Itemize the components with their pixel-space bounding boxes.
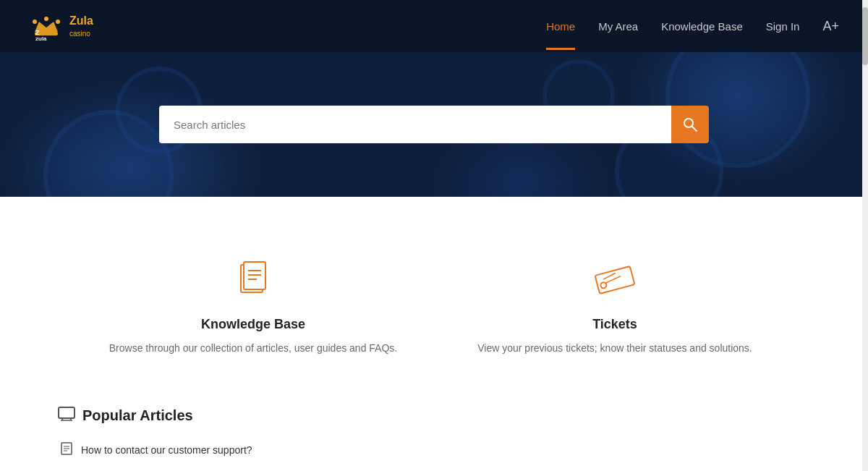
svg-text:casino: casino bbox=[69, 30, 90, 38]
logo[interactable]: zula Z Zula casino bbox=[29, 9, 126, 43]
svg-text:Z: Z bbox=[35, 29, 40, 36]
svg-rect-21 bbox=[59, 407, 75, 418]
knowledge-base-card-title: Knowledge Base bbox=[201, 317, 305, 332]
search-bar bbox=[159, 106, 709, 143]
knowledge-base-icon bbox=[228, 255, 278, 305]
tickets-icon bbox=[590, 255, 640, 305]
svg-text:zula: zula bbox=[35, 35, 47, 42]
search-icon bbox=[683, 117, 697, 132]
main-content: Knowledge Base Browse through our collec… bbox=[0, 197, 868, 471]
scrollbar-thumb[interactable] bbox=[862, 7, 868, 65]
search-input[interactable] bbox=[159, 106, 671, 143]
article-list: How to contact our customer support? Can… bbox=[58, 442, 810, 471]
popular-articles-icon bbox=[58, 407, 75, 425]
knowledge-base-card[interactable]: Knowledge Base Browse through our collec… bbox=[72, 240, 434, 370]
category-cards: Knowledge Base Browse through our collec… bbox=[0, 226, 868, 399]
search-button[interactable] bbox=[671, 106, 709, 143]
svg-point-3 bbox=[33, 20, 37, 24]
header: zula Z Zula casino Home My Area Knowledg… bbox=[0, 0, 868, 52]
hero-section bbox=[0, 52, 868, 197]
scrollbar[interactable] bbox=[862, 0, 868, 471]
knowledge-base-card-desc: Browse through our collection of article… bbox=[109, 341, 397, 356]
svg-rect-17 bbox=[595, 266, 634, 294]
svg-point-10 bbox=[684, 119, 693, 127]
nav-item-my-area[interactable]: My Area bbox=[598, 3, 638, 50]
svg-point-20 bbox=[600, 281, 607, 289]
svg-point-4 bbox=[44, 17, 48, 21]
article-label-0: How to contact our customer support? bbox=[81, 444, 252, 456]
article-icon-0 bbox=[61, 442, 72, 458]
svg-point-5 bbox=[56, 20, 60, 24]
popular-articles-section: Popular Articles How to contact our cust… bbox=[0, 399, 868, 471]
svg-line-11 bbox=[692, 127, 697, 131]
popular-articles-header: Popular Articles bbox=[58, 407, 810, 425]
article-item-0[interactable]: How to contact our customer support? bbox=[61, 442, 810, 458]
svg-text:Zula: Zula bbox=[69, 14, 93, 27]
tickets-card-title: Tickets bbox=[592, 317, 637, 332]
popular-articles-title: Popular Articles bbox=[82, 407, 193, 424]
font-size-toggle[interactable]: A+ bbox=[822, 19, 839, 34]
tickets-card-desc: View your previous tickets; know their s… bbox=[477, 341, 752, 356]
nav-item-knowledge-base[interactable]: Knowledge Base bbox=[661, 3, 743, 50]
nav-item-home[interactable]: Home bbox=[546, 3, 575, 50]
main-nav: Home My Area Knowledge Base Sign In A+ bbox=[546, 3, 839, 50]
tickets-card[interactable]: Tickets View your previous tickets; know… bbox=[434, 240, 796, 370]
nav-item-sign-in[interactable]: Sign In bbox=[766, 3, 800, 50]
